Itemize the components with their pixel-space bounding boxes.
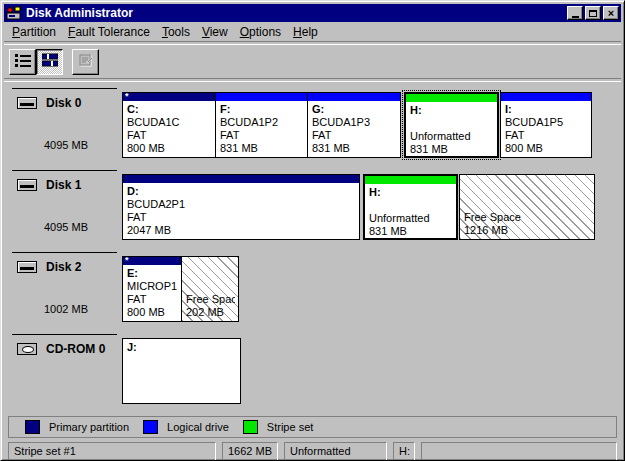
logical-drive-swatch xyxy=(143,420,158,434)
minimize-icon xyxy=(572,16,579,18)
region-text: Free Space202 MB xyxy=(182,291,238,321)
legend-item-logical-drive: Logical drive xyxy=(143,420,229,434)
region-size: 2047 MB xyxy=(127,224,356,237)
disk-size: 4095 MB xyxy=(44,221,88,233)
region-filesystem: FAT xyxy=(312,129,397,142)
region-size: 831 MB xyxy=(312,142,397,155)
region-text: H:Unformatted831 MB xyxy=(406,102,497,156)
disk-head: Disk 0 xyxy=(17,96,81,110)
region-size: 202 MB xyxy=(186,306,235,319)
volumes-view-button[interactable] xyxy=(9,49,36,75)
row-separator xyxy=(12,334,117,335)
region-volume-label: BCUDA1C xyxy=(127,116,212,129)
menu-item-help[interactable]: Help xyxy=(287,23,324,41)
disk-row-disk-1: Disk 14095 MBD:BCUDA2P1FAT2047 MBH:Unfor… xyxy=(4,166,621,248)
menu-item-partition[interactable]: Partition xyxy=(6,23,62,41)
region-drive-j[interactable]: J: xyxy=(122,338,241,404)
region-drive-letter: H: xyxy=(410,104,494,117)
logical-color-band xyxy=(216,93,307,101)
region-filesystem: Unformatted xyxy=(410,130,494,143)
legend-label: Primary partition xyxy=(49,421,129,433)
region-drive-letter: G: xyxy=(312,103,397,116)
region-text: D:BCUDA2P1FAT2047 MB xyxy=(123,183,359,237)
status-drive: H: xyxy=(393,442,415,461)
legend-bar: Primary partitionLogical driveStripe set xyxy=(8,416,617,438)
region-free-space[interactable]: Free Space1216 MB xyxy=(459,174,595,240)
region-drive-e[interactable]: *E:MICROP1FAT800 MB xyxy=(122,256,182,322)
maximize-icon xyxy=(589,10,597,17)
region-drive-h[interactable]: H:Unformatted831 MB xyxy=(404,92,499,158)
region-drive-letter: J: xyxy=(127,341,237,354)
toolbar-bottom-separator xyxy=(4,78,621,82)
region-drive-d[interactable]: D:BCUDA2P1FAT2047 MB xyxy=(122,174,360,240)
stripe-set-swatch xyxy=(243,420,258,434)
region-drive-c[interactable]: *C:BCUDA1CFAT800 MB xyxy=(122,92,216,158)
region-text: Free Space1216 MB xyxy=(460,209,594,239)
region-filesystem: FAT xyxy=(505,129,588,142)
disk-size: 4095 MB xyxy=(44,139,88,151)
disk-row-disk-2: Disk 21002 MB*E:MICROP1FAT800 MBFree Spa… xyxy=(4,248,621,330)
disk-label-disk-2: Disk 21002 MB xyxy=(4,248,122,330)
region-drive-letter: D: xyxy=(127,185,356,198)
region-text: I:BCUDA1P5FAT800 MB xyxy=(501,101,591,155)
primary-color-band xyxy=(123,175,359,183)
region-label: Free Space xyxy=(186,293,235,306)
hard-disk-icon xyxy=(17,97,37,109)
legend-item-primary-partition: Primary partition xyxy=(25,420,129,434)
region-volume-label: BCUDA1P5 xyxy=(505,116,588,129)
maximize-button[interactable] xyxy=(585,6,601,20)
region-size: 831 MB xyxy=(220,142,304,155)
disk-regions-icon xyxy=(42,53,58,70)
disk-regions-view-button[interactable] xyxy=(36,49,63,75)
close-icon: × xyxy=(608,8,614,18)
region-drive-i[interactable]: I:BCUDA1P5FAT800 MB xyxy=(500,92,592,158)
status-filesystem: Unformatted xyxy=(284,442,387,461)
volumes-list-icon xyxy=(15,53,31,70)
region-size: 800 MB xyxy=(127,306,178,319)
region-volume-label: BCUDA2P1 xyxy=(127,198,356,211)
menu-item-options[interactable]: Options xyxy=(234,23,287,41)
status-size: 1662 MB xyxy=(222,442,278,461)
region-volume-label xyxy=(369,199,453,212)
hard-disk-icon xyxy=(17,179,37,191)
region-drive-letter: C: xyxy=(127,103,212,116)
region-volume-label: BCUDA1P3 xyxy=(312,116,397,129)
primary-partition-swatch xyxy=(25,420,40,434)
region-filesystem: Unformatted xyxy=(369,212,453,225)
region-filesystem: FAT xyxy=(127,211,356,224)
region-text: G:BCUDA1P3FAT831 MB xyxy=(308,101,400,155)
properties-button xyxy=(72,49,99,75)
minimize-button[interactable] xyxy=(567,6,583,20)
stripe-color-band xyxy=(365,176,456,184)
disk-label-cd-rom-0: CD-ROM 0 xyxy=(4,330,122,412)
disk-head: Disk 2 xyxy=(17,260,81,274)
legend-item-stripe-set: Stripe set xyxy=(243,420,313,434)
disk-bar: *E:MICROP1FAT800 MBFree Space202 MB xyxy=(122,256,239,322)
menu-item-view[interactable]: View xyxy=(196,23,234,41)
region-volume-label: BCUDA1P2 xyxy=(220,116,304,129)
disk-name: Disk 2 xyxy=(46,260,81,274)
region-drive-f[interactable]: F:BCUDA1P2FAT831 MB xyxy=(215,92,308,158)
status-bar: Stripe set #11662 MBUnformattedH: xyxy=(8,442,617,461)
region-size: 800 MB xyxy=(127,142,212,155)
region-filesystem: FAT xyxy=(127,129,212,142)
region-drive-letter: H: xyxy=(369,186,453,199)
cdrom-icon xyxy=(17,343,37,355)
primary-color-band: * xyxy=(123,257,181,265)
app-icon xyxy=(6,6,22,20)
region-free-space[interactable]: Free Space202 MB xyxy=(181,256,239,322)
region-drive-g[interactable]: G:BCUDA1P3FAT831 MB xyxy=(307,92,401,158)
region-text: J: xyxy=(123,339,240,354)
toolbar xyxy=(4,45,621,78)
disk-administrator-window: Disk Administrator × PartitionFault Tole… xyxy=(0,0,625,461)
region-text: E:MICROP1FAT800 MB xyxy=(123,265,181,319)
close-button[interactable]: × xyxy=(603,6,619,20)
region-volume-label: MICROP1 xyxy=(127,280,178,293)
region-drive-letter: E: xyxy=(127,267,178,280)
menu-item-fault-tolerance[interactable]: Fault Tolerance xyxy=(62,23,156,41)
disk-row-disk-0: Disk 04095 MB*C:BCUDA1CFAT800 MBF:BCUDA1… xyxy=(4,84,621,166)
window-title: Disk Administrator xyxy=(26,6,563,20)
menu-item-tools[interactable]: Tools xyxy=(156,23,196,41)
region-drive-h[interactable]: H:Unformatted831 MB xyxy=(363,174,458,240)
region-drive-letter: F: xyxy=(220,103,304,116)
